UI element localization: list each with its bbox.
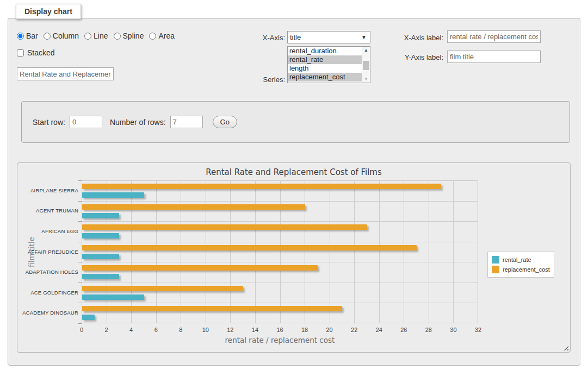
category-label: AFFAIR PREJUDICE xyxy=(17,249,78,255)
bar-rental_rate xyxy=(82,233,119,239)
series-option-rental-rate[interactable]: rental_rate xyxy=(288,55,362,64)
x-axis-select[interactable]: title ▼ xyxy=(287,31,370,43)
x-tick-label: 32 xyxy=(475,327,481,333)
chart-title: Rental Rate and Replacement Cost of Film… xyxy=(17,167,570,177)
category-label: ACE GOLDFINGER xyxy=(17,290,78,296)
num-rows-input[interactable] xyxy=(170,116,203,128)
category-label: ADAPTATION HOLES xyxy=(17,269,78,275)
radio-option-spline[interactable]: Spline xyxy=(114,32,144,40)
legend-swatch-replacement-cost xyxy=(492,266,499,273)
gridline-horizontal xyxy=(82,221,478,222)
spline-radio[interactable] xyxy=(114,33,121,40)
bar-replacement_cost xyxy=(82,265,318,271)
panel-title: Display chart xyxy=(16,4,81,19)
y-axis-tick xyxy=(78,262,82,262)
bar-replacement_cost xyxy=(82,245,417,250)
y-axis-label-input[interactable] xyxy=(447,51,541,63)
x-tick-label: 18 xyxy=(301,327,308,333)
chart-title-input[interactable] xyxy=(17,67,114,80)
series-options: rental_duration rental_rate length repla… xyxy=(288,47,362,83)
chart-type-radio-group: Bar Column Line Spline Area xyxy=(17,32,178,40)
gridline-vertical xyxy=(156,180,157,323)
x-axis-label-input[interactable] xyxy=(447,30,541,43)
gridline-horizontal xyxy=(82,201,478,202)
legend-item-rental-rate: rental_rate xyxy=(492,255,550,265)
chevron-down-icon: ▼ xyxy=(361,34,367,40)
gridline-vertical xyxy=(453,180,454,323)
x-tick-label: 30 xyxy=(450,327,456,333)
gridline-vertical xyxy=(230,180,231,323)
gridline-vertical xyxy=(280,180,281,323)
bar-radio[interactable] xyxy=(17,33,24,40)
bar-replacement_cost xyxy=(82,286,243,291)
area-radio[interactable] xyxy=(149,33,156,40)
gridline-vertical xyxy=(107,180,107,323)
gridline-vertical xyxy=(131,180,132,323)
resize-handle-icon[interactable] xyxy=(563,345,568,350)
gridline-horizontal xyxy=(82,242,478,242)
x-tick-label: 20 xyxy=(326,327,333,333)
scrollbar-thumb[interactable] xyxy=(363,61,369,70)
x-tick-label: 12 xyxy=(227,327,233,333)
spline-radio-label: Spline xyxy=(123,32,144,40)
x-axis-title: rental rate / replacement cost xyxy=(82,336,478,344)
series-option-rental-duration[interactable]: rental_duration xyxy=(288,47,362,55)
x-tick-label: 28 xyxy=(425,327,432,333)
bar-replacement_cost xyxy=(82,184,441,189)
legend-swatch-rental-rate xyxy=(492,256,499,264)
radio-option-column[interactable]: Column xyxy=(44,32,79,40)
series-option-length[interactable]: length xyxy=(288,64,362,73)
display-chart-panel: Display chart Bar Column Line Spline Are… xyxy=(8,18,580,366)
x-tick-label: 26 xyxy=(400,327,407,333)
gridline-vertical xyxy=(330,180,330,323)
legend-item-replacement-cost: replacement_cost xyxy=(492,265,550,274)
column-radio[interactable] xyxy=(44,33,51,40)
bar-replacement_cost xyxy=(82,224,367,230)
y-axis-label-field-label: Y-Axis label: xyxy=(389,53,443,61)
category-label: ACADEMY DINOSAUR xyxy=(17,310,78,316)
bar-rental_rate xyxy=(82,192,144,198)
category-label: AFRICAN EGG xyxy=(17,228,78,234)
column-radio-label: Column xyxy=(53,32,79,40)
radio-option-line[interactable]: Line xyxy=(84,32,108,40)
x-tick-label: 8 xyxy=(179,327,182,333)
x-axis-label-field-label: X-Axis label: xyxy=(389,34,443,42)
gridline-horizontal xyxy=(82,283,478,283)
y-axis-tick xyxy=(78,283,82,283)
bar-rental_rate xyxy=(82,294,144,300)
bar-rental_rate xyxy=(82,274,119,279)
line-radio[interactable] xyxy=(84,33,91,40)
listbox-scrollbar[interactable]: ▲ ▼ xyxy=(362,47,370,83)
x-tick-label: 16 xyxy=(276,327,283,333)
go-button[interactable]: Go xyxy=(213,116,237,128)
x-tick-label: 0 xyxy=(80,327,83,333)
x-axis-select-label: X-Axis: xyxy=(248,34,285,42)
scroll-up-icon[interactable]: ▲ xyxy=(362,47,370,54)
stacked-option[interactable]: Stacked xyxy=(17,48,55,57)
gridline-horizontal xyxy=(82,262,478,262)
line-radio-label: Line xyxy=(94,32,108,40)
scroll-down-icon[interactable]: ▼ xyxy=(362,76,370,83)
gridline-vertical xyxy=(305,180,305,323)
bar-radio-label: Bar xyxy=(26,32,38,40)
x-axis-selected-value: title xyxy=(290,33,301,41)
radio-option-area[interactable]: Area xyxy=(149,32,175,40)
series-option-replacement-cost[interactable]: replacement_cost xyxy=(288,73,362,81)
x-tick-label: 10 xyxy=(202,327,209,333)
y-axis-tick xyxy=(78,201,82,202)
y-axis-tick xyxy=(78,180,82,181)
bar-rental_rate xyxy=(82,315,95,320)
chart-container: Rental Rate and Replacement Cost of Film… xyxy=(17,162,571,353)
bar-rental_rate xyxy=(82,213,119,218)
category-label: AGENT TRUMAN xyxy=(17,208,78,214)
radio-option-bar[interactable]: Bar xyxy=(17,32,38,40)
stacked-checkbox[interactable] xyxy=(17,49,24,57)
x-tick-label: 22 xyxy=(351,327,357,333)
bar-rental_rate xyxy=(82,254,119,259)
legend-label-replacement-cost: replacement_cost xyxy=(503,266,550,273)
x-tick-label: 2 xyxy=(105,327,108,333)
legend-label-rental-rate: rental_rate xyxy=(503,256,531,263)
gridline-vertical xyxy=(354,180,355,323)
series-listbox[interactable]: rental_duration rental_rate length repla… xyxy=(287,46,370,83)
start-row-input[interactable] xyxy=(70,116,102,128)
